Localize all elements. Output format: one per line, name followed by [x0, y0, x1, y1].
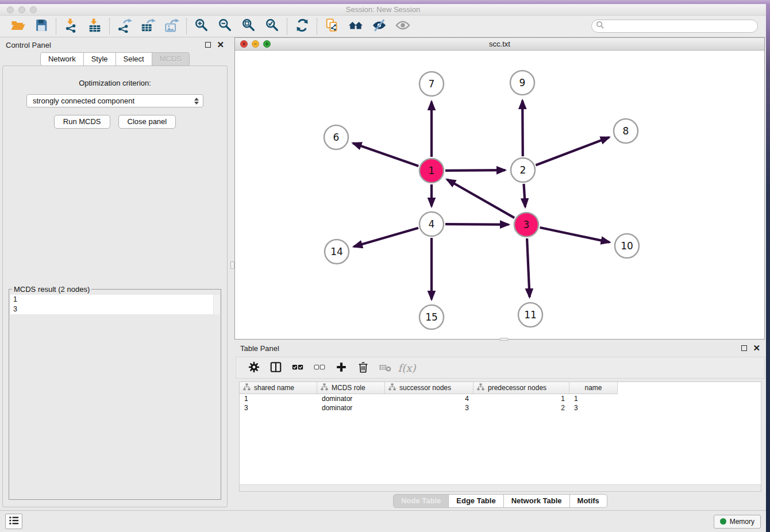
node-9[interactable]: 9: [510, 71, 534, 95]
tab-network-table[interactable]: Network Table: [503, 494, 570, 508]
table-cell[interactable]: dominator: [317, 403, 385, 413]
memory-label: Memory: [730, 518, 754, 526]
refresh-layout-button[interactable]: [290, 17, 314, 36]
export-image-button[interactable]: [160, 17, 183, 36]
edge-4-14[interactable]: [354, 228, 418, 247]
edge-1-6[interactable]: [353, 143, 418, 166]
column-label: shared name: [254, 384, 294, 392]
node-3[interactable]: 3: [514, 213, 538, 237]
task-history-button[interactable]: [5, 514, 22, 529]
table-panel-title: Table Panel: [240, 344, 741, 353]
edge-3-10[interactable]: [540, 228, 610, 242]
table-cell[interactable]: 3: [240, 403, 317, 413]
table-cell[interactable]: 2: [473, 403, 569, 413]
save-session-button[interactable]: [29, 17, 53, 36]
tab-node-table[interactable]: Node Table: [393, 494, 449, 508]
close-panel-button[interactable]: Close panel: [118, 115, 176, 129]
import-network-button[interactable]: [59, 17, 83, 36]
node-4[interactable]: 4: [419, 212, 444, 236]
add-row-button[interactable]: [330, 359, 352, 376]
first-neighbors-button[interactable]: [344, 17, 367, 36]
float-window-icon[interactable]: [205, 42, 211, 48]
edge-2-9[interactable]: [522, 101, 523, 156]
zoom-selected-button[interactable]: [260, 17, 284, 36]
table-cell[interactable]: 1: [240, 394, 317, 403]
tab-style[interactable]: Style: [83, 52, 116, 66]
edge-2-3[interactable]: [524, 184, 526, 207]
tab-edge-table[interactable]: Edge Table: [448, 494, 503, 508]
node-10[interactable]: 10: [615, 234, 639, 258]
mcds-result-scrollbar[interactable]: [213, 295, 220, 314]
edge-1-2[interactable]: [445, 170, 505, 171]
edge-3-11[interactable]: [527, 238, 530, 297]
show-all-button[interactable]: [391, 17, 414, 36]
column-header-shared-name[interactable]: shared name: [240, 382, 317, 394]
network-canvas[interactable]: 7968124314101511: [235, 51, 764, 339]
tab-network[interactable]: Network: [40, 52, 84, 66]
open-folder-button[interactable]: [6, 17, 29, 36]
table-close-panel-icon[interactable]: ✕: [753, 345, 760, 351]
table-cell[interactable]: 4: [385, 394, 473, 403]
column-header-successor-nodes[interactable]: successor nodes: [385, 382, 473, 394]
node-14[interactable]: 14: [325, 240, 349, 264]
node-1[interactable]: 1: [419, 159, 444, 183]
zoom-out-button[interactable]: [213, 17, 237, 36]
deselect-all-rows-button[interactable]: [309, 359, 330, 376]
table-cell[interactable]: 3: [385, 403, 473, 413]
table-cell[interactable]: 3: [569, 403, 618, 413]
table-horizontal-scrollbar[interactable]: [240, 484, 761, 491]
settings-gear-icon: [248, 361, 260, 375]
delete-row-button[interactable]: [352, 359, 374, 376]
select-all-rows-button[interactable]: [287, 359, 309, 376]
edge-2-8[interactable]: [536, 137, 609, 165]
table-row: 3dominator323: [240, 403, 761, 413]
table-cell[interactable]: 1: [569, 394, 618, 403]
table-cell[interactable]: dominator: [317, 394, 385, 403]
tab-mcds[interactable]: MCDS: [152, 52, 190, 66]
table-float-window-icon[interactable]: [741, 345, 747, 351]
zoom-in-button[interactable]: [190, 17, 213, 36]
memory-button[interactable]: Memory: [714, 515, 761, 529]
canvas-resize-grip-icon[interactable]: [500, 338, 508, 341]
function-builder-button[interactable]: f(x): [396, 359, 418, 376]
tab-motifs[interactable]: Motifs: [569, 494, 607, 508]
network-minimize-button[interactable]: −: [252, 40, 259, 48]
export-table-button[interactable]: [136, 17, 160, 36]
search-box[interactable]: [591, 20, 758, 33]
node-2[interactable]: 2: [511, 158, 535, 182]
node-15[interactable]: 15: [419, 305, 444, 329]
clone-network-button[interactable]: [320, 17, 344, 36]
table-cell[interactable]: 1: [473, 394, 569, 403]
panel-divider[interactable]: [230, 37, 234, 510]
network-close-button[interactable]: ×: [240, 40, 248, 48]
node-11[interactable]: 11: [518, 303, 542, 327]
node-6[interactable]: 6: [324, 125, 348, 149]
toolbar-separator: [186, 18, 187, 34]
hide-selected-button[interactable]: [367, 17, 391, 36]
mcds-result-text[interactable]: 13: [10, 295, 220, 314]
export-network-button[interactable]: [113, 17, 136, 36]
node-8[interactable]: 8: [614, 119, 638, 143]
close-panel-icon[interactable]: ✕: [217, 42, 224, 48]
tab-select[interactable]: Select: [116, 52, 152, 66]
edge-4-3[interactable]: [445, 224, 509, 225]
node-table: shared nameMCDS rolesuccessor nodesprede…: [239, 381, 761, 492]
node-label: 4: [429, 218, 435, 230]
column-header-mcds-role[interactable]: MCDS role: [317, 382, 385, 394]
run-mcds-button[interactable]: Run MCDS: [54, 115, 110, 129]
network-zoom-button[interactable]: +: [263, 40, 271, 48]
criterion-select[interactable]: strongly connected component: [26, 94, 203, 107]
delete-table-button[interactable]: [374, 359, 396, 376]
search-input[interactable]: [607, 22, 753, 30]
column-layout-button[interactable]: [265, 359, 287, 376]
column-header-predecessor-nodes[interactable]: predecessor nodes: [473, 382, 569, 394]
column-header-name[interactable]: name: [569, 382, 618, 394]
divider-grip-icon[interactable]: [230, 261, 234, 269]
column-layout-icon: [270, 361, 282, 375]
node-7[interactable]: 7: [419, 72, 444, 96]
network-window-titlebar: × − + scc.txt: [235, 38, 764, 51]
edge-3-1[interactable]: [447, 179, 514, 218]
import-table-button[interactable]: [83, 17, 106, 36]
zoom-fit-button[interactable]: [237, 17, 260, 36]
settings-gear-button[interactable]: [243, 359, 265, 376]
